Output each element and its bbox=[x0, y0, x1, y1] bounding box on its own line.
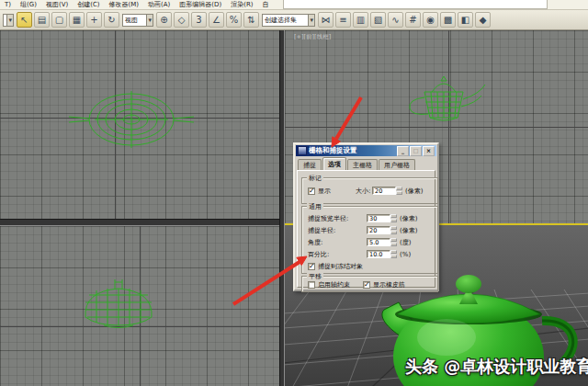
general-group: 通用 捕捉预览半径: 30 (像素) 捕捉半径: 20 (像素) 角度: 5.0… bbox=[301, 206, 438, 274]
viewport-splitter-horizontal[interactable] bbox=[0, 219, 279, 226]
teapot-wireframe-top bbox=[67, 87, 196, 152]
unit-label: (像素) bbox=[400, 214, 417, 223]
rubber-band-checkbox[interactable] bbox=[363, 281, 370, 289]
angle-spinner[interactable] bbox=[390, 238, 397, 246]
material-editor-icon[interactable]: ◉ bbox=[423, 12, 438, 28]
snap-frozen-label: 捕捉到冻结对象 bbox=[318, 262, 363, 271]
schematic-view-icon[interactable]: # bbox=[405, 12, 421, 28]
menu-item-0[interactable]: T) bbox=[0, 0, 16, 9]
window-crossing-icon[interactable]: ▦ bbox=[69, 12, 85, 28]
teapot-wireframe-side bbox=[397, 72, 492, 127]
dialog-titlebar[interactable]: 栅格和捕捉设置 _ □ × bbox=[296, 145, 436, 156]
select-and-move-icon[interactable]: + bbox=[86, 12, 102, 28]
size-spinner[interactable] bbox=[396, 187, 402, 195]
close-button[interactable]: × bbox=[423, 146, 435, 156]
select-object-icon[interactable]: ↖ bbox=[17, 12, 32, 28]
render-production-icon[interactable]: ◆ bbox=[475, 12, 491, 28]
tab-options[interactable]: 选项 bbox=[322, 157, 346, 171]
viewport-front[interactable] bbox=[0, 226, 279, 386]
menu-item-5[interactable]: 动画(A) bbox=[143, 0, 175, 9]
reference-coordinate-combo[interactable]: 视图 bbox=[122, 14, 153, 27]
display-checkbox[interactable] bbox=[308, 187, 315, 195]
menu-item-6[interactable]: 图形编辑器(D) bbox=[175, 0, 226, 9]
layer-manager-icon[interactable]: ▥ bbox=[353, 12, 368, 28]
menu-item-7[interactable]: 渲染(R) bbox=[226, 0, 257, 9]
percent-label: 百分比: bbox=[308, 250, 329, 259]
viewport-top[interactable] bbox=[0, 30, 279, 219]
menu-item-4[interactable]: 修改器(M) bbox=[105, 0, 144, 9]
dialog-icon bbox=[298, 146, 307, 155]
spinner-snap-icon[interactable]: ⇅ bbox=[243, 12, 259, 28]
dialog-tabs: 捕捉 选项 主栅格 用户栅格 bbox=[298, 158, 435, 171]
options-tab-page: 标记 显示 大小: 20 (像素) 通用 捕捉预览半径: 30 bbox=[297, 170, 435, 288]
grid-axis bbox=[448, 30, 449, 223]
named-selection-sets-combo-label: 创建选择集 bbox=[265, 15, 297, 26]
grid-axis bbox=[285, 127, 588, 128]
maximize-button[interactable]: □ bbox=[410, 146, 422, 156]
menu-item-2[interactable]: 视图(V) bbox=[41, 0, 73, 9]
angle-label: 角度: bbox=[308, 238, 322, 247]
snap-radius-spinner[interactable] bbox=[390, 226, 397, 234]
snap-frozen-checkbox[interactable] bbox=[308, 263, 315, 270]
axis-constraints-label: 启用轴约束 bbox=[318, 280, 350, 290]
percent-field[interactable]: 10.0 bbox=[367, 250, 390, 258]
render-setup-icon[interactable]: ▩ bbox=[440, 12, 456, 28]
size-unit: (像素) bbox=[405, 187, 423, 196]
axis-constraints-checkbox[interactable] bbox=[308, 281, 315, 289]
minimize-button[interactable]: _ bbox=[397, 146, 409, 156]
percent-snap-icon[interactable]: % bbox=[226, 12, 242, 28]
percent-spinner[interactable] bbox=[390, 250, 397, 258]
snap-radius-field[interactable]: 20 bbox=[367, 226, 390, 234]
unit-label: (度) bbox=[400, 238, 411, 247]
unit-label: (像素) bbox=[400, 226, 417, 235]
selection-region-icon[interactable]: ▢ bbox=[51, 12, 67, 28]
mirror-icon[interactable]: ⋈ bbox=[318, 12, 334, 28]
named-selection-sets-combo[interactable]: 创建选择集 bbox=[262, 14, 315, 27]
viewport-splitter-vertical[interactable] bbox=[279, 30, 285, 386]
angle-field[interactable]: 5.0 bbox=[367, 238, 390, 246]
dialog-title: 栅格和捕捉设置 bbox=[309, 146, 396, 155]
snap-preview-radius-label: 捕捉预览半径: bbox=[308, 214, 348, 223]
general-group-title: 通用 bbox=[307, 202, 323, 211]
angle-snap-icon[interactable]: ∠ bbox=[209, 12, 224, 28]
menu-item-1[interactable]: 组(G) bbox=[16, 0, 41, 9]
popup-remnant bbox=[283, 0, 548, 9]
grid-snap-settings-dialog: 栅格和捕捉设置 _ □ × 捕捉 选项 主栅格 用户栅格 标记 显示 大小: 2 bbox=[293, 142, 439, 291]
main-toolbar: ↖▤▢▦+↻视图⊕◇3∠%⇅创建选择集⋈≡▥▧∿#◉▩◧◆ bbox=[0, 10, 588, 30]
rubber-band-label: 显示橡皮筋 bbox=[373, 280, 405, 290]
unit-label: (%) bbox=[400, 251, 411, 258]
select-and-manipulate-icon[interactable]: ◇ bbox=[174, 12, 189, 28]
select-and-rotate-icon[interactable]: ↻ bbox=[104, 12, 119, 28]
teapot-wireframe-front bbox=[76, 277, 161, 330]
3dsmax-window: T)组(G)视图(V)创建(C)修改器(M)动画(A)图形编辑器(D)渲染(R)… bbox=[0, 0, 588, 386]
markers-group: 标记 显示 大小: 20 (像素) bbox=[301, 177, 438, 204]
snap-radius-label: 捕捉半径: bbox=[308, 226, 335, 235]
display-label: 显示 bbox=[318, 187, 331, 196]
watermark: 头条 @卓林设计职业教育 bbox=[405, 356, 588, 378]
rendered-frame-icon[interactable]: ◧ bbox=[458, 12, 473, 28]
reference-coordinate-combo-label: 视图 bbox=[125, 15, 138, 26]
menu-item-3[interactable]: 创建(C) bbox=[73, 0, 104, 9]
snap-preview-radius-spinner[interactable] bbox=[390, 214, 397, 222]
markers-group-title: 标记 bbox=[307, 174, 323, 183]
align-icon[interactable]: ≡ bbox=[335, 12, 351, 28]
snap-preview-radius-field[interactable]: 30 bbox=[367, 214, 390, 222]
size-field[interactable]: 20 bbox=[372, 187, 396, 195]
translation-group: 平移 启用轴约束 显示橡皮筋 bbox=[301, 276, 438, 292]
menu-item-8[interactable]: 自 bbox=[258, 0, 274, 9]
viewport-label[interactable]: [+][前][线框] bbox=[294, 33, 331, 41]
toolbar-combo-partial[interactable] bbox=[3, 14, 14, 27]
size-label: 大小: bbox=[356, 187, 370, 196]
curve-editor-icon[interactable]: ∿ bbox=[388, 12, 403, 28]
use-pivot-center-icon[interactable]: ⊕ bbox=[156, 12, 172, 28]
graphite-ribbon-icon[interactable]: ▧ bbox=[370, 12, 386, 28]
snap-toggle-3d-icon[interactable]: 3 bbox=[191, 12, 207, 28]
select-by-name-icon[interactable]: ▤ bbox=[34, 12, 50, 28]
